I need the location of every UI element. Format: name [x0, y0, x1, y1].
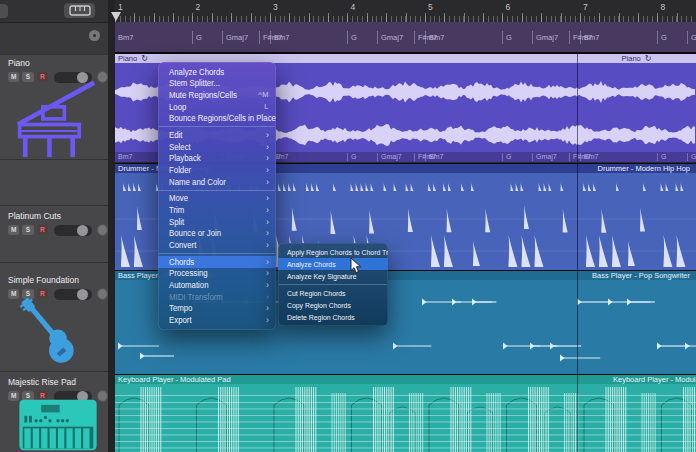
menu-item-tempo[interactable]: Tempo› — [158, 302, 276, 314]
chords-submenu: Apply Region Chords to Chord TrackAnalyz… — [278, 243, 388, 326]
menu-item-bounce-or-join[interactable]: Bounce or Join› — [158, 227, 276, 239]
lane-separator — [0, 371, 108, 372]
chevron-right-icon: › — [266, 268, 269, 278]
bar-ruler[interactable]: 12345678 — [115, 0, 696, 22]
menu-item-edit[interactable]: Edit› — [158, 129, 276, 141]
menu-item-trim[interactable]: Trim› — [158, 204, 276, 216]
menu-item-cut-region-chords[interactable]: Cut Region Chords — [278, 287, 388, 299]
chord-label-gmaj7: Gmaj7 — [687, 31, 696, 44]
region-boundary — [577, 54, 578, 162]
menu-item-name-and-color[interactable]: Name and Color› — [158, 176, 276, 188]
chevron-right-icon: › — [266, 193, 269, 203]
region-boundary — [577, 164, 578, 270]
lane-separator — [0, 262, 108, 263]
track-header-platinum-cuts[interactable]: Platinum Cuts M S R — [0, 208, 108, 236]
chevron-right-icon: › — [266, 292, 269, 302]
chevron-right-icon: › — [266, 315, 269, 325]
menu-item-processing[interactable]: Processing› — [158, 268, 276, 280]
menu-item-analyze-chords[interactable]: Analyze Chords — [278, 258, 388, 270]
bar-number-6: 6 — [506, 2, 511, 12]
chevron-right-icon: › — [266, 165, 269, 175]
menu-item-mute-regions-cells[interactable]: Mute Regions/Cells^M — [158, 89, 276, 101]
chevron-right-icon: › — [266, 228, 269, 238]
chevron-right-icon: › — [266, 257, 269, 267]
menu-item-copy-region-chords[interactable]: Copy Region Chords — [278, 299, 388, 311]
chord-label-g: G — [192, 31, 202, 44]
menu-separator — [279, 284, 387, 285]
region-label-piano-2: Piano↻ — [577, 54, 696, 63]
menu-item-loop[interactable]: LoopL — [158, 101, 276, 113]
chevron-right-icon: › — [266, 153, 269, 163]
synth-keyboard-icon — [16, 398, 100, 452]
chord-label-gmaj7: Gmaj7 — [532, 153, 557, 161]
lane-separator — [0, 205, 108, 206]
chord-track[interactable]: Bm7GGmaj7F#m7Bm7GGmaj7F#m7Bm7GGmaj7F#m7B… — [115, 22, 696, 54]
circle-dot-icon[interactable] — [89, 30, 100, 41]
mute-button[interactable]: M — [8, 225, 19, 235]
pan-knob[interactable] — [97, 224, 108, 236]
toolbar-button-partial[interactable] — [0, 4, 8, 18]
region-boundary — [577, 271, 578, 374]
menu-item-convert[interactable]: Convert› — [158, 239, 276, 251]
menu-item-stem-splitter[interactable]: Stem Splitter... — [158, 78, 276, 90]
chord-label-bm7: Bm7 — [580, 153, 598, 161]
chevron-right-icon: › — [266, 240, 269, 250]
volume-slider-knob[interactable] — [77, 225, 88, 236]
menu-item-automation[interactable]: Automation› — [158, 279, 276, 291]
menu-item-analyze-key-signature[interactable]: Analyze Key Signature — [278, 270, 388, 282]
keyboard-region[interactable]: Keyboard Player - Modulated Pad Keyboard… — [115, 374, 696, 452]
bar-number-5: 5 — [428, 2, 433, 12]
logic-pro-window: Piano M S R Platinum Cuts — [0, 0, 696, 452]
chord-label-bm7: Bm7 — [580, 31, 599, 44]
keys-waveform — [115, 383, 696, 452]
chord-label-g: G — [347, 153, 356, 161]
region-label-piano: Piano↻ — [118, 54, 148, 63]
lane-separator — [0, 159, 108, 160]
bar-number-3: 3 — [273, 2, 278, 12]
solo-button[interactable]: S — [22, 225, 33, 235]
chord-label-gmaj7: Gmaj7 — [687, 153, 696, 161]
chord-label-gmaj7: Gmaj7 — [377, 31, 403, 44]
menu-item-midi-transform[interactable]: MIDI Transform› — [158, 291, 276, 303]
menu-item-select[interactable]: Select› — [158, 141, 276, 153]
header-toolbar — [0, 0, 108, 23]
bar-number-2: 2 — [196, 2, 201, 12]
record-button[interactable]: R — [37, 225, 48, 235]
track-header-subbar — [0, 23, 108, 54]
panel-divider — [108, 0, 115, 452]
menu-item-apply-region-chords-to-chord-track[interactable]: Apply Region Chords to Chord Track — [278, 246, 388, 258]
menu-item-move[interactable]: Move› — [158, 193, 276, 205]
chevron-right-icon: › — [266, 130, 269, 140]
region-label-bass-2: Bass Player - Pop Songwriter — [592, 271, 690, 280]
chord-label-bm7: Bm7 — [115, 153, 132, 161]
menu-item-chords[interactable]: Chords› — [158, 256, 276, 268]
playhead[interactable] — [111, 12, 121, 21]
chord-label-bm7: Bm7 — [425, 153, 443, 161]
loop-icon: ↻ — [141, 54, 148, 63]
menu-item-split[interactable]: Split› — [158, 216, 276, 228]
chord-label-g: G — [657, 31, 667, 44]
menu-item-analyze-chords[interactable]: Analyze Chords — [158, 66, 276, 78]
bar-number-4: 4 — [351, 2, 356, 12]
menu-item-playback[interactable]: Playback› — [158, 153, 276, 165]
bar-number-1: 1 — [118, 2, 123, 12]
region-context-menu: Analyze ChordsStem Splitter...Mute Regio… — [158, 62, 276, 330]
menu-item-delete-region-chords[interactable]: Delete Region Chords — [278, 311, 388, 323]
volume-slider[interactable] — [54, 225, 92, 236]
chevron-right-icon: › — [266, 177, 269, 187]
bass-guitar-icon — [12, 296, 100, 370]
mouse-cursor — [350, 257, 362, 274]
chevron-right-icon: › — [266, 280, 269, 290]
musical-typing-button[interactable] — [64, 3, 95, 18]
menu-separator — [159, 126, 275, 127]
menu-item-export[interactable]: Export› — [158, 314, 276, 326]
chord-label-gmaj7: Gmaj7 — [377, 153, 402, 161]
chord-label-g: G — [347, 31, 357, 44]
chord-label-g: G — [502, 31, 512, 44]
track-header-panel: Piano M S R Platinum Cuts — [0, 0, 108, 452]
menu-item-bounce-regions-cells-in-place[interactable]: Bounce Regions/Cells in Place...^B — [158, 112, 276, 124]
chord-label-g: G — [502, 153, 511, 161]
chord-label-g: G — [657, 153, 666, 161]
track-controls: M S R — [8, 224, 108, 236]
menu-item-folder[interactable]: Folder› — [158, 164, 276, 176]
